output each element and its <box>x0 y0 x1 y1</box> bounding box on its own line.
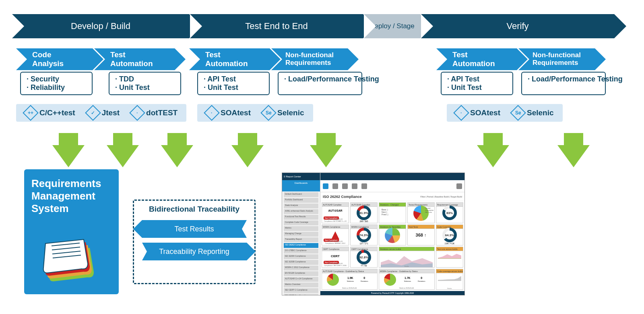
widget-violations-changed: Violations - Changed Base ▯New ▯Fixed ▯ <box>379 202 406 223</box>
widget-autosar-guidelines: AUTOSAR Compliance - Guidelines by Statu… <box>322 269 378 290</box>
tool-jtest: ✓ Jtest <box>83 107 124 119</box>
bullet-reliability: · Reliability <box>27 83 86 92</box>
sidebar-item: EN 50128 Compliance <box>284 271 318 276</box>
tool-dottest: · dotTEST <box>128 107 182 119</box>
sidebar-item: Managing Change <box>284 232 318 237</box>
sub-label: Non-functional Requirements <box>285 52 340 67</box>
requirements-box: Requirements Management System <box>24 169 119 294</box>
tool-selenic-2: Se Selenic <box>508 107 558 119</box>
dashboard-grid: AUTOSAR Complian AUT⊙SAR Not Compliant B… <box>320 201 464 291</box>
sidebar-item: Traceability Report <box>284 237 318 242</box>
widget-total-tests: Total Tests 368 ↑ <box>407 225 435 245</box>
sub-label: Test Automation <box>205 50 262 68</box>
sub-test-automation-3: Test Automation <box>436 48 517 70</box>
down-arrow-icon <box>107 145 139 167</box>
widget-code-cov: Code Coverage 64.3% 2.8K / 4.3K <box>436 225 463 245</box>
sidebar-item: DO-178B/C Compliance <box>284 249 318 254</box>
tool-label: dotTEST <box>146 108 178 117</box>
dashboard-title: ISO 26262 Compliance <box>323 195 362 199</box>
traceability-box: Bidirectional Traceability Test Results … <box>133 200 256 284</box>
bullet-load: · Load/Performance Testing <box>528 75 599 83</box>
widget-code-cov-builds: Code coverage across builds Builds <box>436 269 463 290</box>
tool-label: Selenic <box>527 108 554 117</box>
tool-label: C/C++test <box>39 108 75 117</box>
tool-selenic-1: Se Selenic <box>259 107 308 119</box>
widget-req-cov: Requirement Coverage 83% <box>436 202 463 223</box>
dashboard-screenshot: ≡ Report Center Dashboards Default Dashb… <box>282 173 465 295</box>
down-arrow-icon <box>310 145 342 167</box>
sidebar-item: IEC 62304 Compliance <box>284 254 318 259</box>
phase-test: Test End to End <box>190 14 363 38</box>
bullets-analysis: · Security · Reliability <box>20 72 93 95</box>
selenic-icon: Se <box>510 105 526 121</box>
bullets-load-2: · Load/Performance Testing <box>521 72 606 95</box>
dashboard-main: ISO 26262 Compliance Filter | Period | B… <box>320 173 464 295</box>
down-arrow-icon <box>161 145 193 167</box>
sub-test-automation-1: Test Automation <box>94 48 175 70</box>
sidebar-item: Static Analysis <box>284 204 318 208</box>
widget-viol-sev: Violations by Severities <box>379 225 406 245</box>
dashboard-sidebar: ≡ Report Center Dashboards Default Dashb… <box>282 173 320 295</box>
soa-icon: · <box>204 105 220 121</box>
toolbar-add-icon <box>323 183 328 189</box>
down-arrow-icon <box>52 145 85 167</box>
sidebar-item: MISRA C 2012 Compliance <box>284 266 318 270</box>
widget-viol-builds: Violations across builds Builds <box>379 247 435 268</box>
tool-cpptest: ++ C/C++test <box>21 107 79 119</box>
arrow-traceability-reporting: Traceability Reporting <box>142 243 247 260</box>
traceability-title: Bidirectional Traceability <box>149 205 239 214</box>
arrow-label: Traceability Reporting <box>159 247 229 256</box>
widget-misra-label: MISRA Compliance Not Compliant Build on … <box>322 225 349 245</box>
down-arrow-icon <box>231 145 264 167</box>
tool-soatest-2: · SOAtest <box>452 107 504 119</box>
phase-label: Verify <box>506 21 528 31</box>
sidebar-item: Metrics <box>284 226 318 231</box>
requirements-title: Requirements Management System <box>31 177 111 215</box>
widget-misra-guidelines: MISRA Compliance - Guidelines by Status … <box>379 269 435 290</box>
arrow-test-results: Test Results <box>142 220 247 238</box>
sub-nonfunctional-1: Non-functional Requirements <box>271 48 348 70</box>
bullets-api-2: · API Test · Unit Test <box>441 72 513 95</box>
widget-cert-donut: CERT Compliance 92.8% 77 / 83 <box>350 247 378 268</box>
sub-label: Code Analysis <box>32 50 85 68</box>
sidebar-item: AUTOSAR C++14 Compliance <box>284 277 318 282</box>
bullet-load: · Load/Performance Testing <box>284 75 356 83</box>
bullet-security: · Security <box>27 75 86 83</box>
bullet-api: · API Test <box>204 75 263 83</box>
sidebar-item: Portfolio Dashboard <box>284 198 318 203</box>
tool-bar-develop: ++ C/C++test ✓ Jtest · dotTEST <box>16 104 186 122</box>
widget-cert-label: CERT Compliance CERT Not Compliant Build… <box>322 247 349 268</box>
dashboard-filters: Filter | Period | Baseline Build | Targe… <box>420 195 462 198</box>
down-arrow-icon <box>477 145 509 167</box>
widget-tested-req: Tested Requirements ▪Tested▪Incomplete▪N… <box>407 202 435 223</box>
bullets-load-1: · Load/Performance Testing <box>278 72 362 95</box>
sub-label: Test Automation <box>452 50 509 68</box>
dashboard-header-bar-right <box>320 173 464 180</box>
soa-icon: · <box>453 105 469 121</box>
documents-icon <box>41 238 102 286</box>
widget-autosar-label: AUTOSAR Complian AUT⊙SAR Not Compliant B… <box>322 202 349 223</box>
widget-autosar-donut: AUTOSAR Complian 81.9% 299 / 365 <box>350 202 378 223</box>
cpp-icon: ++ <box>23 105 39 121</box>
widget-misra-donut: MISRA Compliance 74.3% 127 / 171 <box>350 225 378 245</box>
bullet-unit: · Unit Test <box>115 83 175 92</box>
sidebar-item: AI/ML enhanced Static Analysis <box>284 209 318 214</box>
bullet-api: · API Test <box>447 75 507 83</box>
sidebar-item: Complete Code Coverage <box>284 220 318 225</box>
dashboard-footer: Powered by Parasoft DTP. Copyright 1996-… <box>320 291 464 295</box>
phase-label: Test End to End <box>245 21 308 31</box>
bullet-unit: · Unit Test <box>204 83 263 92</box>
sidebar-item: Metrics Overview <box>284 283 318 287</box>
sub-nonfunctional-2: Non-functional Requirements <box>518 48 595 70</box>
sub-test-automation-2: Test Automation <box>189 48 270 70</box>
sidebar-item: SEI CERT C++ Compliance <box>284 294 318 295</box>
dashboard-header-bar: ≡ Report Center <box>282 173 320 180</box>
phase-deploy: Deploy / Stage <box>364 14 420 38</box>
sub-code-analysis: Code Analysis <box>16 48 93 70</box>
arrow-label: Test Results <box>174 225 214 233</box>
tool-label: SOAtest <box>470 108 500 117</box>
bullets-api-1: · API Test · Unit Test <box>197 72 270 95</box>
sidebar-item: SEI CERT C Compliance <box>284 288 318 293</box>
down-arrow-icon <box>557 145 590 167</box>
phase-verify: Verify <box>421 14 614 38</box>
